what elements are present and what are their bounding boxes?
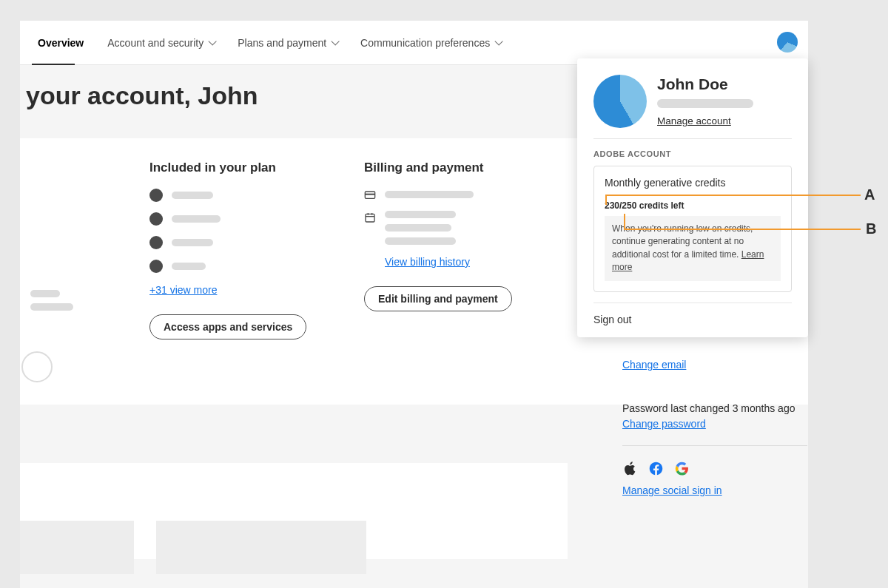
svg-rect-0 bbox=[365, 192, 374, 198]
plan-title: Included in your plan bbox=[149, 160, 364, 175]
manage-social-link[interactable]: Manage social sign in bbox=[622, 484, 722, 496]
plan-column: Included in your plan +31 view more Acce… bbox=[149, 160, 364, 339]
plan-card bbox=[20, 198, 134, 401]
svg-rect-1 bbox=[365, 194, 374, 195]
annotation-line-a bbox=[605, 195, 607, 205]
chevron-down-icon bbox=[495, 37, 503, 45]
password-age-text: Password last changed 3 months ago bbox=[622, 402, 807, 414]
annotation-line-a bbox=[605, 195, 861, 196]
plan-item bbox=[149, 189, 364, 202]
credits-title: Monthly generative credits bbox=[605, 177, 781, 189]
plan-item-icon bbox=[149, 236, 163, 249]
google-icon[interactable] bbox=[674, 461, 690, 476]
tab-plans-payment[interactable]: Plans and payment bbox=[226, 21, 349, 64]
placeholder-bar bbox=[30, 303, 73, 311]
annotation-line-b bbox=[624, 214, 625, 229]
plan-item bbox=[149, 212, 364, 226]
plan-item-icon bbox=[149, 189, 163, 202]
social-row bbox=[622, 461, 807, 476]
popover-user-name: John Doe bbox=[657, 75, 753, 93]
plan-item-icon bbox=[149, 260, 163, 273]
tab-communication-preferences[interactable]: Communication preferences bbox=[349, 21, 512, 64]
chevron-down-icon bbox=[332, 37, 340, 45]
apple-icon[interactable] bbox=[622, 461, 638, 476]
calendar-icon bbox=[364, 212, 376, 223]
placeholder-bar bbox=[657, 99, 753, 108]
billing-column: Billing and payment View billing history bbox=[364, 160, 579, 339]
svg-rect-2 bbox=[366, 214, 374, 222]
annotation-label-b: B bbox=[866, 220, 876, 237]
access-apps-button[interactable]: Access apps and services bbox=[149, 314, 306, 339]
avatar-large bbox=[593, 75, 647, 128]
placeholder-circle bbox=[21, 351, 53, 382]
credits-note: When you're running low on credits, cont… bbox=[605, 216, 781, 281]
billing-title: Billing and payment bbox=[364, 160, 579, 175]
chevron-down-icon bbox=[209, 37, 217, 45]
placeholder-block bbox=[156, 521, 366, 574]
credits-left: 230/250 credits left bbox=[605, 200, 781, 211]
card-icon bbox=[364, 189, 376, 200]
annotation-line-b bbox=[624, 229, 861, 230]
popover-section-label: ADOBE ACCOUNT bbox=[593, 138, 792, 158]
annotation-label-a: A bbox=[864, 186, 875, 203]
billing-row bbox=[364, 189, 579, 200]
plan-item bbox=[149, 236, 364, 249]
billing-row bbox=[364, 211, 579, 245]
divider bbox=[622, 445, 807, 446]
plan-item bbox=[149, 260, 364, 273]
avatar[interactable] bbox=[777, 32, 798, 53]
tab-account-security[interactable]: Account and security bbox=[95, 21, 226, 64]
view-billing-history-link[interactable]: View billing history bbox=[385, 256, 470, 268]
placeholder-bar bbox=[30, 290, 60, 297]
edit-billing-button[interactable]: Edit billing and payment bbox=[364, 286, 512, 311]
tab-overview[interactable]: Overview bbox=[26, 21, 95, 64]
plan-item-icon bbox=[149, 212, 163, 226]
change-email-link[interactable]: Change email bbox=[622, 359, 686, 371]
facebook-icon[interactable] bbox=[648, 461, 664, 476]
view-more-link[interactable]: +31 view more bbox=[149, 284, 217, 296]
change-password-link[interactable]: Change password bbox=[622, 418, 706, 430]
sign-out-button[interactable]: Sign out bbox=[593, 303, 792, 325]
account-popover: John Doe Manage account ADOBE ACCOUNT Mo… bbox=[577, 58, 808, 337]
placeholder-block bbox=[20, 521, 134, 574]
manage-account-link[interactable]: Manage account bbox=[657, 115, 731, 126]
